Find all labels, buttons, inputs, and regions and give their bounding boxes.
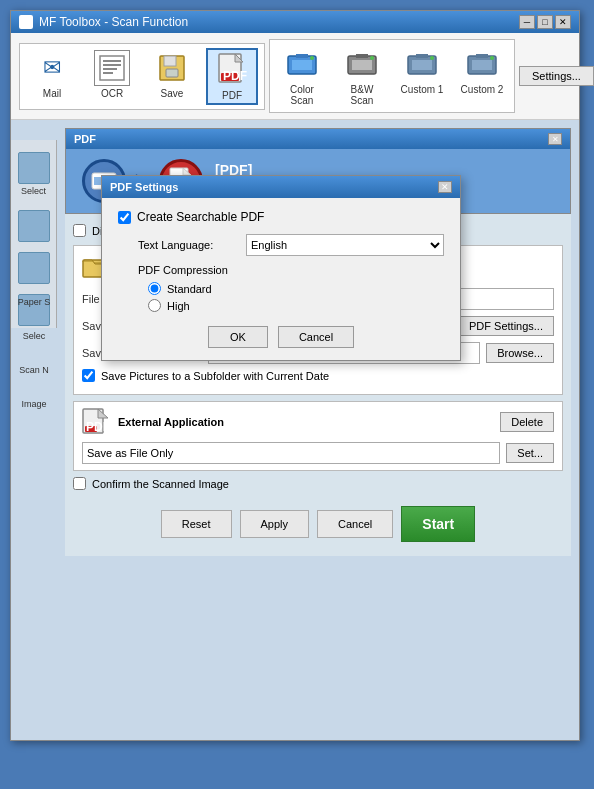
minimize-button[interactable]: ─ xyxy=(519,15,535,29)
confirm-row: Confirm the Scanned Image xyxy=(73,477,563,490)
sidebar-spacer xyxy=(11,210,56,242)
paper-s-label: Paper S xyxy=(11,295,57,309)
external-app-section: PDF External Application Delete Set... xyxy=(73,401,563,471)
display-scanner-driver-checkbox[interactable] xyxy=(73,224,86,237)
bw-scan-label: B&W Scan xyxy=(338,84,386,106)
custom2-label: Custom 2 xyxy=(461,84,504,95)
pdf-window-close-button[interactable]: ✕ xyxy=(548,133,562,145)
window-title: MF Toolbox - Scan Function xyxy=(39,15,188,29)
external-app-title: External Application xyxy=(118,416,224,428)
confirm-label: Confirm the Scanned Image xyxy=(92,478,229,490)
standard-label: Standard xyxy=(167,283,212,295)
high-label: High xyxy=(167,300,190,312)
sidebar-labels: Paper S Selec Scan N Image xyxy=(11,295,57,411)
svg-text:PDF: PDF xyxy=(223,69,247,83)
external-app-header: PDF External Application Delete xyxy=(82,408,554,436)
create-searchable-label: Create Searchable PDF xyxy=(137,210,264,224)
tool-custom2[interactable]: Custom 2 xyxy=(456,44,508,108)
sidebar-spacer2 xyxy=(11,252,56,284)
cancel-dialog-button[interactable]: Cancel xyxy=(278,326,354,348)
ok-button[interactable]: OK xyxy=(208,326,268,348)
select-item-1[interactable]: Select xyxy=(11,148,56,200)
scan-n-label: Scan N xyxy=(11,363,57,377)
select-label: Select xyxy=(21,186,46,196)
tool-custom1[interactable]: Custom 1 xyxy=(396,44,448,108)
pdf-window-title: PDF xyxy=(74,133,96,145)
svg-rect-1 xyxy=(103,60,121,62)
browse-button[interactable]: Browse... xyxy=(486,343,554,363)
pdf-settings-button[interactable]: PDF Settings... xyxy=(458,316,554,336)
delete-button[interactable]: Delete xyxy=(500,412,554,432)
pdf-label: PDF xyxy=(222,90,242,101)
tool-bw-scan[interactable]: B&W Scan xyxy=(336,44,388,108)
svg-rect-21 xyxy=(412,60,432,70)
save-subfolder-checkbox[interactable] xyxy=(82,369,95,382)
dialog-body: Create Searchable PDF Text Language: Eng… xyxy=(102,198,460,360)
text-language-label: Text Language: xyxy=(138,239,238,251)
sidebar-icon-2 xyxy=(18,210,50,242)
set-button[interactable]: Set... xyxy=(506,443,554,463)
svg-rect-25 xyxy=(472,60,492,70)
tool-color-scan[interactable]: Color Scan xyxy=(276,44,328,108)
reset-button[interactable]: Reset xyxy=(161,510,232,538)
svg-rect-13 xyxy=(292,60,312,70)
toolbar: ✉ Mail OCR xyxy=(11,33,579,120)
custom2-icon xyxy=(464,46,500,82)
custom1-icon xyxy=(404,46,440,82)
apply-button[interactable]: Apply xyxy=(240,510,310,538)
svg-point-26 xyxy=(490,56,494,60)
pdf-window-title-bar: PDF ✕ xyxy=(66,129,570,149)
tool-save[interactable]: Save xyxy=(146,48,198,105)
title-bar: MF Toolbox - Scan Function ─ □ ✕ xyxy=(11,11,579,33)
save-icon xyxy=(154,50,190,86)
color-scan-label: Color Scan xyxy=(278,84,326,106)
start-button[interactable]: Start xyxy=(401,506,475,542)
svg-rect-19 xyxy=(356,54,368,58)
mail-label: Mail xyxy=(43,88,61,99)
high-radio[interactable] xyxy=(148,299,161,312)
content-area: PDF ✕ ➤ xyxy=(11,120,579,740)
mail-icon: ✉ xyxy=(34,50,70,86)
close-button[interactable]: ✕ xyxy=(555,15,571,29)
tool-pdf[interactable]: PDF PDF xyxy=(206,48,258,105)
svg-text:PDF: PDF xyxy=(86,420,110,434)
svg-rect-17 xyxy=(352,60,372,70)
color-scan-icon xyxy=(284,46,320,82)
svg-rect-15 xyxy=(296,54,308,58)
svg-rect-2 xyxy=(103,64,121,66)
compression-section: PDF Compression Standard High xyxy=(138,264,444,312)
svg-rect-7 xyxy=(166,69,178,77)
compression-title: PDF Compression xyxy=(138,264,444,276)
action-buttons: Reset Apply Cancel Start xyxy=(73,498,563,550)
settings-button[interactable]: Settings... xyxy=(519,66,594,86)
app-icon xyxy=(19,15,33,29)
create-searchable-row: Create Searchable PDF xyxy=(118,210,444,224)
confirm-checkbox[interactable] xyxy=(73,477,86,490)
main-window: MF Toolbox - Scan Function ─ □ ✕ ✉ Mail xyxy=(10,10,580,741)
pdf-settings-dialog: PDF Settings ✕ Create Searchable PDF Tex… xyxy=(101,175,461,361)
svg-rect-27 xyxy=(476,54,488,58)
create-searchable-checkbox[interactable] xyxy=(118,211,131,224)
maximize-button[interactable]: □ xyxy=(537,15,553,29)
custom1-label: Custom 1 xyxy=(401,84,444,95)
svg-rect-6 xyxy=(164,56,176,66)
image-label: Image xyxy=(11,397,57,411)
save-label: Save xyxy=(161,88,184,99)
tool-ocr[interactable]: OCR xyxy=(86,48,138,105)
high-radio-row: High xyxy=(148,299,444,312)
standard-radio-row: Standard xyxy=(148,282,444,295)
title-bar-controls: ─ □ ✕ xyxy=(519,15,571,29)
svg-rect-23 xyxy=(416,54,428,58)
tool-group-scan: Color Scan B&W Scan xyxy=(269,39,515,113)
text-language-row: Text Language: English French German Spa… xyxy=(138,234,444,256)
ocr-icon xyxy=(94,50,130,86)
external-app-input[interactable] xyxy=(82,442,500,464)
external-app-icon: PDF xyxy=(82,408,110,436)
dialog-close-button[interactable]: ✕ xyxy=(438,181,452,193)
tool-mail[interactable]: ✉ Mail xyxy=(26,48,78,105)
cancel-main-button[interactable]: Cancel xyxy=(317,510,393,538)
external-app-input-row: Set... xyxy=(82,442,554,464)
standard-radio[interactable] xyxy=(148,282,161,295)
text-language-select[interactable]: English French German Spanish Japanese xyxy=(246,234,444,256)
svg-point-18 xyxy=(370,56,374,60)
